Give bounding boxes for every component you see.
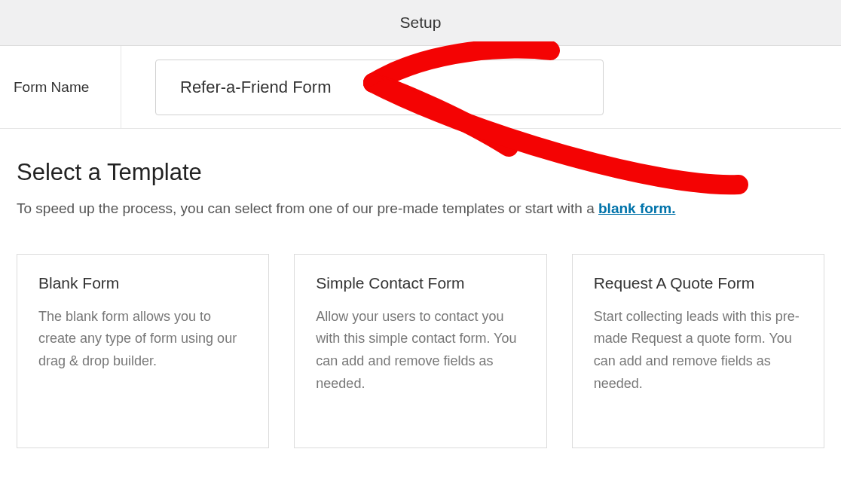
- template-heading: Select a Template: [17, 159, 824, 186]
- template-card-title: Blank Form: [38, 274, 247, 292]
- template-card-desc: Allow your users to contact you with thi…: [316, 306, 524, 396]
- template-subtext-prefix: To speed up the process, you can select …: [17, 200, 598, 216]
- template-card-title: Request A Quote Form: [594, 274, 803, 292]
- form-name-label: Form Name: [0, 46, 121, 128]
- form-name-input[interactable]: [155, 60, 604, 115]
- template-section: Select a Template To speed up the proces…: [0, 129, 841, 448]
- template-card-blank[interactable]: Blank Form The blank form allows you to …: [17, 254, 269, 448]
- template-card-request-quote[interactable]: Request A Quote Form Start collecting le…: [572, 254, 824, 448]
- form-name-input-cell: [121, 60, 841, 115]
- template-card-desc: Start collecting leads with this pre-mad…: [594, 306, 803, 396]
- setup-header: Setup: [0, 0, 841, 46]
- blank-form-link[interactable]: blank form.: [598, 200, 675, 216]
- setup-title: Setup: [400, 14, 442, 31]
- template-subtext: To speed up the process, you can select …: [17, 198, 824, 220]
- template-cards: Blank Form The blank form allows you to …: [17, 254, 824, 448]
- template-card-simple-contact[interactable]: Simple Contact Form Allow your users to …: [294, 254, 546, 448]
- template-card-desc: The blank form allows you to create any …: [38, 306, 247, 373]
- form-name-row: Form Name: [0, 46, 841, 129]
- template-card-title: Simple Contact Form: [316, 274, 524, 292]
